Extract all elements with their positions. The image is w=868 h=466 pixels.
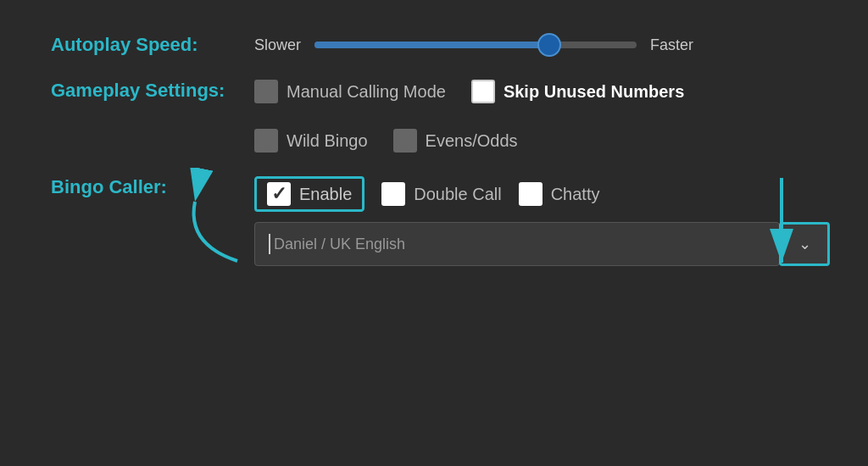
chatty-label: Chatty — [551, 185, 600, 204]
dropdown-value: Daniel / UK English — [274, 236, 405, 253]
voice-dropdown-wrapper: Daniel / UK English ⌄ — [254, 222, 830, 266]
faster-label: Faster — [650, 36, 693, 54]
slider-track[interactable] — [314, 42, 637, 48]
double-call-checkbox[interactable]: Double Call — [381, 182, 501, 206]
wild-bingo-checkbox[interactable]: Wild Bingo — [254, 129, 368, 153]
enable-label: Enable — [299, 185, 352, 204]
slider-thumb[interactable] — [537, 33, 561, 57]
autoplay-speed-row: Autoplay Speed: Slower Faster — [51, 34, 817, 56]
slider-fill — [314, 42, 556, 48]
evens-odds-box — [393, 129, 417, 153]
left-arrow — [170, 168, 271, 273]
double-call-label: Double Call — [414, 185, 501, 204]
chatty-checkbox[interactable]: Chatty — [519, 182, 600, 206]
gameplay-row1: Manual Calling Mode Skip Unused Numbers — [254, 80, 684, 103]
evens-odds-checkbox[interactable]: Evens/Odds — [393, 129, 518, 153]
gameplay-content: Manual Calling Mode Skip Unused Numbers … — [254, 80, 684, 153]
voice-dropdown-field[interactable]: Daniel / UK English — [254, 222, 780, 266]
skip-unused-label: Skip Unused Numbers — [504, 82, 684, 102]
skip-unused-box — [471, 80, 495, 103]
checkmark-icon: ✓ — [271, 183, 287, 205]
right-arrow — [748, 178, 815, 283]
bingo-caller-row: Bingo Caller: ✓ Enable Double Call Chatt… — [51, 176, 817, 266]
bingo-caller-content: ✓ Enable Double Call Chatty Daniel / UK … — [254, 176, 830, 266]
bingo-caller-options: ✓ Enable Double Call Chatty — [254, 176, 830, 212]
manual-calling-label: Manual Calling Mode — [287, 82, 446, 102]
chatty-box — [519, 182, 542, 206]
gameplay-row2: Wild Bingo Evens/Odds — [254, 129, 684, 153]
skip-unused-checkbox[interactable]: Skip Unused Numbers — [471, 80, 684, 103]
gameplay-label: Gameplay Settings: — [51, 80, 254, 102]
wild-bingo-box — [254, 129, 278, 153]
manual-calling-box — [254, 80, 278, 103]
evens-odds-label: Evens/Odds — [426, 131, 518, 151]
slower-label: Slower — [254, 36, 301, 54]
settings-container: Autoplay Speed: Slower Faster Gameplay S… — [0, 0, 868, 324]
manual-calling-checkbox[interactable]: Manual Calling Mode — [254, 80, 446, 103]
wild-bingo-label: Wild Bingo — [287, 131, 368, 151]
double-call-box — [381, 182, 405, 206]
gameplay-settings-row: Gameplay Settings: Manual Calling Mode S… — [51, 80, 817, 153]
slider-wrapper: Slower Faster — [254, 36, 693, 54]
autoplay-label: Autoplay Speed: — [51, 34, 254, 56]
